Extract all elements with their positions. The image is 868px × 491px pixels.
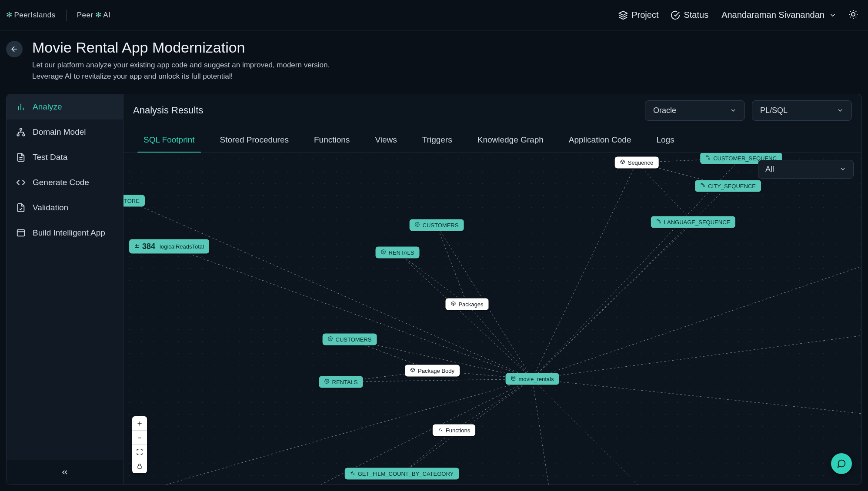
node-icon — [700, 182, 705, 189]
graph-node-packages[interactable]: Packages — [445, 298, 488, 310]
tab-views[interactable]: Views — [364, 127, 407, 153]
svg-point-15 — [17, 134, 19, 136]
graph-node-film_count[interactable]: GET_FILM_COUNT_BY_CATEGORY — [345, 468, 459, 479]
node-icon — [134, 243, 140, 249]
nav-project[interactable]: Project — [612, 7, 664, 23]
node-icon — [415, 222, 420, 228]
tab-stored-procedures[interactable]: Stored Procedures — [210, 127, 299, 153]
graph-node-functions[interactable]: Functions — [433, 424, 475, 436]
node-icon — [511, 375, 516, 382]
brand-peerislands-text: PeerIslands — [14, 11, 56, 20]
user-menu[interactable]: Anandaraman Sivanandan — [714, 10, 844, 20]
node-big-value: 384 — [142, 242, 155, 251]
tab-triggers[interactable]: Triggers — [412, 127, 463, 153]
svg-rect-61 — [659, 222, 661, 223]
zoom-lock-button[interactable] — [132, 459, 147, 473]
chat-fab[interactable] — [831, 453, 852, 474]
brand-block: ✻ PeerIslands Peer ✻ AI — [6, 10, 110, 21]
gear-icon: ✻ — [95, 10, 102, 20]
nav-status-label: Status — [684, 10, 708, 20]
sun-icon — [848, 9, 858, 20]
sidenav-item-build-app[interactable]: Build Intelligent App — [7, 220, 123, 246]
svg-line-30 — [341, 379, 532, 382]
svg-line-8 — [850, 17, 851, 17]
graph-node-rentals1[interactable]: RENTALS — [376, 246, 420, 258]
tab-application-code[interactable]: Application Code — [558, 127, 642, 153]
brand-peerislands: ✻ PeerIslands — [6, 10, 56, 20]
svg-line-37 — [637, 163, 693, 222]
sidenav-item-test-data[interactable]: Test Data — [7, 145, 123, 170]
svg-rect-53 — [135, 244, 139, 247]
sidenav-label: Generate Code — [33, 178, 89, 187]
theme-toggle[interactable] — [844, 7, 863, 24]
svg-line-45 — [532, 379, 861, 414]
plus-icon: ＋ — [136, 418, 144, 428]
svg-rect-57 — [708, 158, 710, 159]
graph-node-customers2[interactable]: CUSTOMERS — [323, 333, 377, 345]
graph-node-city_seq[interactable]: CITY_SEQUENCE — [695, 180, 761, 192]
graph-node-customers1[interactable]: CUSTOMERS — [410, 219, 464, 231]
topbar: ✻ PeerIslands Peer ✻ AI Project Status A… — [0, 0, 868, 30]
check-circle-icon — [671, 10, 680, 20]
tab-functions[interactable]: Functions — [304, 127, 360, 153]
graph-node-store[interactable]: TORE — [124, 195, 145, 206]
svg-point-66 — [512, 376, 515, 377]
graph-node-rentals2[interactable]: RENTALS — [319, 376, 363, 388]
sidenav-label: Build Intelligent App — [33, 228, 105, 238]
sidenav-label: Test Data — [33, 153, 67, 162]
nav-status[interactable]: Status — [664, 7, 714, 23]
maximize-icon — [136, 448, 143, 455]
svg-line-44 — [532, 335, 861, 379]
sidenav-collapse[interactable] — [7, 460, 123, 484]
workspace: Analyze Domain Model Test Data Generate … — [0, 94, 868, 491]
svg-line-4 — [850, 11, 851, 11]
node-label: CUSTOMERS — [423, 222, 459, 228]
graph-canvas[interactable]: TORE384logicalReadsTotalSequenceCUSTOMER… — [124, 153, 861, 484]
node-label: LANGUAGE_SEQUENCE — [664, 219, 730, 225]
user-name: Anandaraman Sivanandan — [721, 10, 825, 20]
node-label: Packages — [458, 301, 483, 307]
zoom-in-button[interactable]: ＋ — [132, 416, 147, 430]
svg-line-39 — [397, 252, 467, 304]
svg-line-27 — [467, 304, 532, 379]
sidenav-item-analyze[interactable]: Analyze — [7, 94, 123, 119]
svg-line-24 — [532, 222, 693, 379]
sidenav-item-validation[interactable]: Validation — [7, 195, 123, 220]
tab-logs[interactable]: Logs — [646, 127, 684, 153]
sidenav-item-domain-model[interactable]: Domain Model — [7, 119, 123, 145]
select-database[interactable]: Oracle — [645, 100, 745, 121]
svg-line-38 — [437, 225, 467, 304]
svg-line-46 — [532, 379, 645, 484]
tab-label: Functions — [314, 135, 350, 144]
svg-line-23 — [532, 186, 728, 379]
graph-node-lang_seq[interactable]: LANGUAGE_SEQUENCE — [651, 216, 735, 228]
content-title: Analysis Results — [133, 105, 203, 116]
node-label: Sequence — [628, 159, 654, 166]
sidenav-item-generate-code[interactable]: Generate Code — [7, 170, 123, 195]
node-label: logicalReadsTotal — [160, 243, 204, 249]
node-icon — [451, 301, 456, 307]
node-icon — [410, 367, 415, 374]
zoom-fit-button[interactable] — [132, 445, 147, 459]
svg-line-33 — [169, 246, 532, 379]
graph-node-pkg_body[interactable]: Package Body — [405, 365, 460, 376]
svg-line-5 — [856, 17, 856, 17]
node-icon — [381, 249, 386, 255]
node-label: RENTALS — [332, 378, 358, 385]
svg-line-31 — [454, 379, 532, 430]
node-label: RENTALS — [389, 249, 414, 255]
minus-icon: － — [136, 432, 144, 443]
select-language[interactable]: PL/SQL — [752, 100, 852, 121]
back-button[interactable] — [6, 41, 23, 57]
tab-sql-footprint[interactable]: SQL Footprint — [133, 127, 205, 153]
zoom-out-button[interactable]: － — [132, 430, 147, 445]
tab-label: Triggers — [422, 135, 452, 144]
tab-label: Knowledge Graph — [477, 135, 544, 144]
graph-node-reads[interactable]: 384logicalReadsTotal — [129, 239, 209, 253]
tab-knowledge-graph[interactable]: Knowledge Graph — [467, 127, 554, 153]
graph-node-sequence[interactable]: Sequence — [615, 156, 659, 168]
graph-filter[interactable]: All — [758, 160, 854, 179]
layers-icon — [618, 10, 628, 20]
graph-node-movie_rentals[interactable]: movie_rentals — [506, 373, 559, 385]
svg-line-26 — [397, 252, 532, 379]
